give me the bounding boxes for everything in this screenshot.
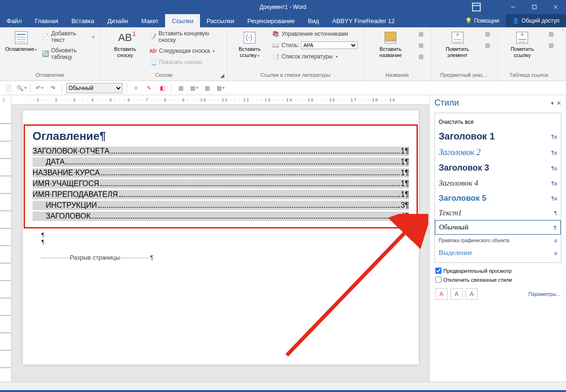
clear-all[interactable]: Очистить все — [435, 116, 561, 128]
citation-style-select[interactable]: APA — [301, 41, 358, 49]
ribbon-display-options-icon[interactable] — [472, 2, 481, 12]
insert-endnote-button[interactable]: 📝Вставить концевую сноску — [148, 29, 223, 44]
style-item[interactable]: Выделениеa — [435, 246, 561, 260]
tab-design[interactable]: Дизайн — [101, 14, 135, 27]
index-opt2[interactable]: ▦ — [482, 41, 493, 50]
caption-opt2[interactable]: ▦ — [416, 41, 427, 50]
qat-table2[interactable]: ▦▾ — [189, 83, 199, 93]
style-item[interactable]: Привязка графического объектаa — [435, 235, 561, 246]
manage-styles-button[interactable]: A — [466, 288, 478, 300]
tab-abbyy[interactable]: ABBYY FineReader 12 — [325, 14, 401, 27]
style-item[interactable]: Обычный¶ — [435, 220, 561, 235]
redo-button[interactable]: ↷ — [48, 83, 58, 93]
horizontal-ruler[interactable]: · · 1 · · · 2 · · · 3 · · · 4 · · · 5 · … — [11, 95, 429, 105]
style-item[interactable]: Заголовок 5¶a — [435, 191, 561, 206]
auth-opt2[interactable]: ▦ — [545, 41, 557, 50]
qat-erase[interactable]: ◧ — [157, 83, 167, 93]
style-item[interactable]: Заголовок 2¶a — [435, 145, 561, 160]
auth-opt1[interactable]: ▦ — [545, 29, 557, 39]
qat-table1[interactable]: ▦ — [175, 83, 186, 93]
qat-table4[interactable]: ▦▾ — [215, 83, 225, 93]
group-label: Таблица ссылок — [501, 72, 557, 80]
toc-row[interactable]: ИНСТРУКЦИИ3¶ — [33, 201, 409, 210]
share-button[interactable]: 👤Общий доступ — [506, 14, 566, 27]
tab-view[interactable]: Вид — [301, 14, 326, 27]
insert-caption-button[interactable]: Вставить название — [367, 29, 414, 59]
close-button[interactable] — [545, 0, 566, 14]
collapse-ribbon-icon[interactable]: ˆ — [560, 27, 566, 81]
footnote-icon: AB1 — [117, 30, 133, 45]
index-opt1[interactable]: ▦ — [482, 29, 493, 39]
styles-list[interactable]: Очистить все Заголовок 1¶aЗаголовок 2¶aЗ… — [434, 113, 561, 263]
group-label: Сноски◢ — [104, 72, 223, 80]
manage-sources-button[interactable]: 📚Управление источниками — [270, 29, 359, 39]
update-table-button[interactable]: 🔄Обновить таблицу — [40, 46, 96, 61]
add-text-button[interactable]: 📄Добавить текст▾ — [40, 29, 96, 44]
svg-rect-3 — [533, 5, 536, 9]
tab-review[interactable]: Рецензирование — [241, 14, 301, 27]
toc-row[interactable]: ИМЯ·ПРЕПОДАВАТЕЛЯ1¶ — [33, 190, 409, 199]
toc-row[interactable]: ИМЯ·УЧАЩЕГОСЯ1¶ — [33, 179, 409, 188]
style-item[interactable]: Заголовок 4¶a — [435, 176, 561, 191]
document-area[interactable]: · · 1 · · · 2 · · · 3 · · · 4 · · · 5 · … — [11, 95, 429, 382]
styles-options-link[interactable]: Параметры... — [528, 291, 560, 297]
qat-search[interactable]: 🔍▾ — [16, 83, 26, 93]
toc-heading[interactable]: Оглавление¶ — [33, 130, 409, 143]
vertical-ruler[interactable] — [0, 95, 11, 382]
style-selector[interactable]: Обычный — [66, 83, 123, 93]
bibliography-button[interactable]: 📑Список литературы▾ — [270, 52, 359, 61]
new-style-button[interactable]: A — [435, 288, 448, 300]
qat-highlight[interactable]: ✎ — [144, 83, 154, 93]
bibliography-icon: 📑 — [272, 53, 280, 60]
mark-entry-button[interactable]: + Пометить элемент — [435, 29, 480, 59]
tab-home[interactable]: Главная — [28, 14, 65, 27]
qat-btn-1[interactable]: 📄 — [3, 83, 13, 93]
tab-file[interactable]: Файл — [0, 14, 28, 27]
toc-row[interactable]: ДАТА1¶ — [33, 157, 409, 167]
style-item[interactable]: Заголовок 1¶a — [435, 128, 561, 145]
toc-icon — [14, 30, 29, 45]
horizontal-scrollbar[interactable] — [0, 382, 566, 390]
page[interactable]: Оглавление¶ ЗАГОЛОВОК·ОТЧЕТА1¶ДАТА1¶НАЗВ… — [23, 110, 419, 365]
citation-icon: (-) — [242, 30, 257, 45]
disable-linked-checkbox[interactable]: Отключить связанные стили — [435, 277, 560, 283]
tab-insert[interactable]: Вставка — [65, 14, 100, 27]
style-item[interactable]: Заголовок 3¶a — [435, 160, 561, 176]
styles-close-icon[interactable]: ✕ — [557, 100, 561, 106]
caption-opt1[interactable]: ▦ — [416, 29, 427, 39]
toc-row[interactable]: ЗАГОЛОВОК4¶ — [33, 212, 409, 221]
next-footnote-button[interactable]: AB¹Следующая сноска▾ — [148, 46, 223, 56]
styles-dropdown-icon[interactable]: ▾ — [551, 100, 554, 106]
tab-layout[interactable]: Макет — [134, 14, 165, 27]
qat-list[interactable]: ≡ — [131, 83, 141, 93]
toc-button[interactable]: Оглавление▾ — [4, 29, 38, 54]
insert-footnote-button[interactable]: AB1 Вставить сноску — [104, 29, 146, 59]
undo-button[interactable]: ↶▾ — [34, 83, 45, 93]
style-inspector-button[interactable]: A — [450, 288, 463, 300]
minimize-button[interactable] — [502, 0, 524, 14]
tell-me[interactable]: 💡Помощни — [458, 14, 506, 27]
dialog-launcher-icon[interactable]: ◢ — [219, 73, 225, 78]
tab-mailings[interactable]: Рассылки — [200, 14, 241, 27]
show-notes-icon: 📃 — [150, 58, 157, 66]
show-notes-button[interactable]: 📃Показать сноски — [148, 57, 223, 67]
mark-citation-button[interactable]: + Пометить ссылку — [501, 29, 543, 59]
insert-citation-button[interactable]: (-) Вставить ссылку▾ — [231, 29, 268, 60]
page-break: Разрыв страницы ¶ — [23, 254, 419, 261]
group-footnotes: AB1 Вставить сноску 📝Вставить концевую с… — [100, 27, 227, 81]
style-item[interactable]: Текст1¶ — [435, 206, 561, 220]
toc-row[interactable]: ЗАГОЛОВОК·ОТЧЕТА1¶ — [33, 147, 409, 156]
mark-entry-icon: + — [450, 30, 465, 45]
status-bar: СТРАНИЦА: 2 Раздел: 1 Страница 2 из 5 На… — [0, 390, 566, 392]
add-text-icon: 📄 — [42, 33, 49, 41]
group-index: + Пометить элемент ▦ ▦ Предметный указ… — [431, 27, 498, 81]
annotation-box: Оглавление¶ ЗАГОЛОВОК·ОТЧЕТА1¶ДАТА1¶НАЗВ… — [24, 124, 418, 229]
svg-rect-14 — [385, 41, 396, 43]
qat-table3[interactable]: ▦ — [202, 83, 212, 93]
caption-opt3[interactable]: ▦ — [416, 52, 427, 61]
toc-row[interactable]: НАЗВАНИЕ·КУРСА1¶ — [33, 168, 409, 178]
citation-style[interactable]: 📖Стиль: APA — [270, 41, 359, 50]
maximize-button[interactable] — [524, 0, 545, 14]
preview-checkbox[interactable]: Предварительный просмотр — [435, 268, 560, 274]
tab-references[interactable]: Ссылки — [165, 14, 200, 27]
